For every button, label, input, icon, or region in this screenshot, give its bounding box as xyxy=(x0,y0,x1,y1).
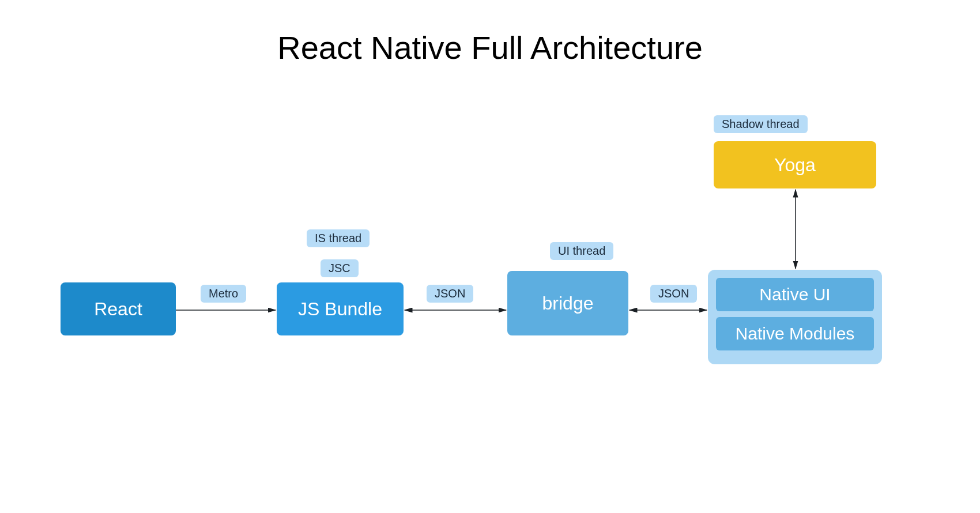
pill-ui-thread: UI thread xyxy=(550,242,613,260)
node-react-label: React xyxy=(94,299,142,320)
pill-metro: Metro xyxy=(201,285,246,303)
connector-lines xyxy=(0,0,980,513)
pill-metro-label: Metro xyxy=(209,287,238,300)
node-native-ui-label: Native UI xyxy=(759,285,830,304)
node-yoga-label: Yoga xyxy=(774,154,816,176)
node-native-modules: Native Modules xyxy=(716,317,874,350)
pill-json-1: JSON xyxy=(427,285,473,303)
pill-shadow-thread: Shadow thread xyxy=(714,115,808,133)
pill-json-2: JSON xyxy=(650,285,697,303)
node-react: React xyxy=(61,282,176,335)
pill-is-thread: IS thread xyxy=(307,229,370,247)
pill-json-2-label: JSON xyxy=(658,287,689,300)
pill-is-thread-label: IS thread xyxy=(315,232,361,245)
pill-json-1-label: JSON xyxy=(435,287,465,300)
pill-jsc: JSC xyxy=(321,259,359,277)
node-jsbundle: JS Bundle xyxy=(277,282,404,335)
diagram-title: React Native Full Architecture xyxy=(277,29,703,66)
node-native-container: Native UI Native Modules xyxy=(708,270,882,364)
pill-jsc-label: JSC xyxy=(329,262,350,275)
pill-shadow-thread-label: Shadow thread xyxy=(722,118,800,131)
node-native-modules-label: Native Modules xyxy=(736,324,855,344)
node-jsbundle-label: JS Bundle xyxy=(298,299,382,320)
node-bridge: bridge xyxy=(507,271,628,335)
node-yoga: Yoga xyxy=(714,141,876,188)
node-bridge-label: bridge xyxy=(542,293,594,314)
node-native-ui: Native UI xyxy=(716,278,874,311)
pill-ui-thread-label: UI thread xyxy=(558,244,605,258)
